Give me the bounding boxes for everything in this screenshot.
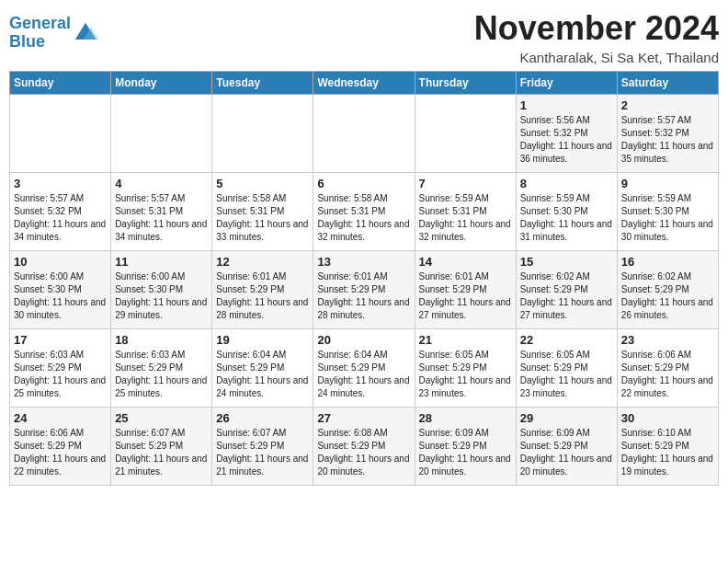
day-cell: 13Sunrise: 6:01 AMSunset: 5:29 PMDayligh… <box>313 251 415 329</box>
title-block: November 2024 Kantharalak, Si Sa Ket, Th… <box>474 9 719 65</box>
month-title: November 2024 <box>474 9 719 48</box>
day-info: Sunrise: 5:59 AMSunset: 5:31 PMDaylight:… <box>419 192 512 244</box>
day-info: Sunrise: 6:03 AMSunset: 5:29 PMDaylight:… <box>14 349 107 400</box>
day-cell: 11Sunrise: 6:00 AMSunset: 5:30 PMDayligh… <box>111 251 212 329</box>
day-info: Sunrise: 6:07 AMSunset: 5:29 PMDaylight:… <box>216 427 309 478</box>
day-info: Sunrise: 6:08 AMSunset: 5:29 PMDaylight:… <box>317 427 410 478</box>
day-number: 17 <box>14 333 107 347</box>
day-cell: 10Sunrise: 6:00 AMSunset: 5:30 PMDayligh… <box>10 251 111 329</box>
day-cell: 29Sunrise: 6:09 AMSunset: 5:29 PMDayligh… <box>516 408 617 486</box>
day-number: 18 <box>115 333 208 347</box>
day-info: Sunrise: 6:06 AMSunset: 5:29 PMDaylight:… <box>14 427 107 478</box>
day-cell: 6Sunrise: 5:58 AMSunset: 5:31 PMDaylight… <box>313 173 415 251</box>
calendar-body: 1Sunrise: 5:56 AMSunset: 5:32 PMDaylight… <box>10 95 719 486</box>
day-info: Sunrise: 6:05 AMSunset: 5:29 PMDaylight:… <box>520 349 613 400</box>
header-day-tuesday: Tuesday <box>212 72 313 95</box>
day-cell <box>313 95 415 173</box>
day-number: 22 <box>520 333 613 347</box>
day-info: Sunrise: 6:06 AMSunset: 5:29 PMDaylight:… <box>621 349 714 400</box>
day-cell: 17Sunrise: 6:03 AMSunset: 5:29 PMDayligh… <box>10 329 111 408</box>
day-number: 29 <box>520 411 613 425</box>
day-number: 6 <box>317 177 410 190</box>
day-cell: 26Sunrise: 6:07 AMSunset: 5:29 PMDayligh… <box>212 408 313 486</box>
day-cell: 7Sunrise: 5:59 AMSunset: 5:31 PMDaylight… <box>415 173 516 251</box>
day-cell: 4Sunrise: 5:57 AMSunset: 5:31 PMDaylight… <box>111 173 212 251</box>
day-info: Sunrise: 5:57 AMSunset: 5:32 PMDaylight:… <box>621 114 714 166</box>
day-number: 25 <box>115 411 208 425</box>
day-number: 7 <box>419 177 512 190</box>
day-cell: 16Sunrise: 6:02 AMSunset: 5:29 PMDayligh… <box>617 251 718 329</box>
day-cell: 8Sunrise: 5:59 AMSunset: 5:30 PMDaylight… <box>516 173 617 251</box>
day-cell: 20Sunrise: 6:04 AMSunset: 5:29 PMDayligh… <box>313 329 415 408</box>
day-cell: 27Sunrise: 6:08 AMSunset: 5:29 PMDayligh… <box>313 408 415 486</box>
day-cell <box>10 95 111 173</box>
day-number: 10 <box>14 255 107 269</box>
day-cell: 5Sunrise: 5:58 AMSunset: 5:31 PMDaylight… <box>212 173 313 251</box>
day-number: 2 <box>621 98 714 112</box>
day-cell: 18Sunrise: 6:03 AMSunset: 5:29 PMDayligh… <box>111 329 212 408</box>
calendar-header: SundayMondayTuesdayWednesdayThursdayFrid… <box>10 72 719 95</box>
day-info: Sunrise: 6:04 AMSunset: 5:29 PMDaylight:… <box>216 349 309 400</box>
day-number: 26 <box>216 411 309 425</box>
day-cell: 23Sunrise: 6:06 AMSunset: 5:29 PMDayligh… <box>617 329 718 408</box>
day-number: 27 <box>317 411 410 425</box>
day-info: Sunrise: 5:58 AMSunset: 5:31 PMDaylight:… <box>317 192 410 244</box>
day-cell: 30Sunrise: 6:10 AMSunset: 5:29 PMDayligh… <box>617 408 718 486</box>
day-number: 24 <box>14 411 107 425</box>
day-number: 4 <box>115 177 208 190</box>
day-info: Sunrise: 6:09 AMSunset: 5:29 PMDaylight:… <box>520 427 613 478</box>
day-cell: 9Sunrise: 5:59 AMSunset: 5:30 PMDaylight… <box>617 173 718 251</box>
day-number: 1 <box>520 98 613 112</box>
week-row-5: 24Sunrise: 6:06 AMSunset: 5:29 PMDayligh… <box>10 408 719 486</box>
day-number: 20 <box>317 333 410 347</box>
day-number: 3 <box>14 177 107 190</box>
day-cell <box>212 95 313 173</box>
header-day-saturday: Saturday <box>617 72 718 95</box>
week-row-4: 17Sunrise: 6:03 AMSunset: 5:29 PMDayligh… <box>10 329 719 408</box>
day-cell: 21Sunrise: 6:05 AMSunset: 5:29 PMDayligh… <box>415 329 516 408</box>
header-day-thursday: Thursday <box>415 72 516 95</box>
day-info: Sunrise: 6:01 AMSunset: 5:29 PMDaylight:… <box>419 270 512 322</box>
day-info: Sunrise: 6:02 AMSunset: 5:29 PMDaylight:… <box>520 270 613 322</box>
day-cell: 25Sunrise: 6:07 AMSunset: 5:29 PMDayligh… <box>111 408 212 486</box>
day-info: Sunrise: 6:01 AMSunset: 5:29 PMDaylight:… <box>317 270 410 322</box>
logo-text: General Blue <box>9 15 71 52</box>
day-info: Sunrise: 6:04 AMSunset: 5:29 PMDaylight:… <box>317 349 410 400</box>
day-number: 16 <box>621 255 714 269</box>
logo-icon <box>73 20 98 46</box>
day-info: Sunrise: 6:07 AMSunset: 5:29 PMDaylight:… <box>115 427 208 478</box>
day-info: Sunrise: 5:58 AMSunset: 5:31 PMDaylight:… <box>216 192 309 244</box>
day-info: Sunrise: 5:59 AMSunset: 5:30 PMDaylight:… <box>520 192 613 244</box>
day-number: 30 <box>621 411 714 425</box>
day-number: 21 <box>419 333 512 347</box>
day-cell: 3Sunrise: 5:57 AMSunset: 5:32 PMDaylight… <box>10 173 111 251</box>
day-number: 19 <box>216 333 309 347</box>
day-number: 28 <box>419 411 512 425</box>
day-cell <box>111 95 212 173</box>
day-cell: 22Sunrise: 6:05 AMSunset: 5:29 PMDayligh… <box>516 329 617 408</box>
day-number: 5 <box>216 177 309 190</box>
location-subtitle: Kantharalak, Si Sa Ket, Thailand <box>474 50 719 65</box>
day-cell: 14Sunrise: 6:01 AMSunset: 5:29 PMDayligh… <box>415 251 516 329</box>
week-row-3: 10Sunrise: 6:00 AMSunset: 5:30 PMDayligh… <box>10 251 719 329</box>
day-number: 8 <box>520 177 613 190</box>
day-number: 11 <box>115 255 208 269</box>
header-day-wednesday: Wednesday <box>313 72 415 95</box>
week-row-1: 1Sunrise: 5:56 AMSunset: 5:32 PMDaylight… <box>10 95 719 173</box>
day-cell: 1Sunrise: 5:56 AMSunset: 5:32 PMDaylight… <box>516 95 617 173</box>
day-info: Sunrise: 5:57 AMSunset: 5:31 PMDaylight:… <box>115 192 208 244</box>
day-cell: 15Sunrise: 6:02 AMSunset: 5:29 PMDayligh… <box>516 251 617 329</box>
day-info: Sunrise: 6:00 AMSunset: 5:30 PMDaylight:… <box>14 270 107 322</box>
day-number: 12 <box>216 255 309 269</box>
day-info: Sunrise: 6:05 AMSunset: 5:29 PMDaylight:… <box>419 349 512 400</box>
day-number: 13 <box>317 255 410 269</box>
day-info: Sunrise: 6:02 AMSunset: 5:29 PMDaylight:… <box>621 270 714 322</box>
day-cell: 2Sunrise: 5:57 AMSunset: 5:32 PMDaylight… <box>617 95 718 173</box>
header-day-sunday: Sunday <box>10 72 111 95</box>
page-header: General Blue November 2024 Kantharalak, … <box>9 9 719 65</box>
day-info: Sunrise: 6:09 AMSunset: 5:29 PMDaylight:… <box>419 427 512 478</box>
header-day-monday: Monday <box>111 72 212 95</box>
day-info: Sunrise: 6:10 AMSunset: 5:29 PMDaylight:… <box>621 427 714 478</box>
day-number: 14 <box>419 255 512 269</box>
day-info: Sunrise: 6:01 AMSunset: 5:29 PMDaylight:… <box>216 270 309 322</box>
